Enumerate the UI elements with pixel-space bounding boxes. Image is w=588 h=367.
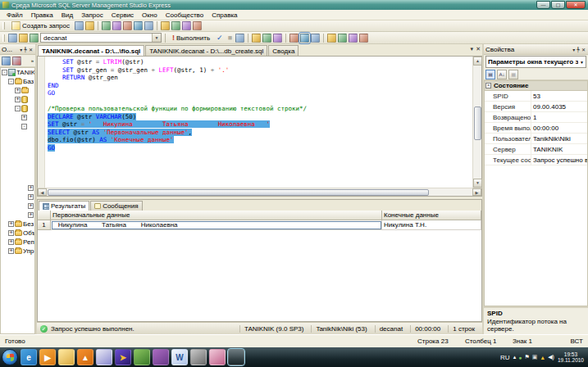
antivirus-icon[interactable]: ● bbox=[518, 355, 522, 360]
minimize-button[interactable]: — bbox=[536, 1, 550, 9]
activity-monitor-icon[interactable] bbox=[161, 21, 170, 30]
execute-button[interactable]: ! Выполнить bbox=[169, 33, 213, 43]
tree-item[interactable]: + bbox=[1, 113, 34, 122]
expand-icon[interactable]: + bbox=[8, 221, 14, 227]
category-state[interactable]: - Состояние bbox=[485, 81, 587, 91]
save-all-icon[interactable] bbox=[144, 21, 153, 30]
change-connection-icon[interactable] bbox=[30, 34, 39, 43]
new-file-icon[interactable] bbox=[75, 21, 84, 30]
menu-item[interactable]: Файл bbox=[2, 11, 27, 20]
property-row[interactable]: Версия09.00.4035 bbox=[485, 102, 587, 112]
start-button[interactable] bbox=[2, 349, 18, 365]
update-icon[interactable]: ▣ bbox=[532, 354, 538, 360]
save-icon[interactable] bbox=[134, 21, 143, 30]
internet-explorer-icon[interactable]: e bbox=[21, 349, 37, 365]
parse-query-button[interactable]: ✓ bbox=[215, 34, 225, 43]
expand-icon[interactable]: + bbox=[28, 203, 34, 209]
row-number-header[interactable] bbox=[38, 211, 51, 220]
menu-item[interactable]: Правка bbox=[27, 11, 57, 20]
word-icon[interactable]: W bbox=[171, 349, 188, 365]
outdent-icon[interactable] bbox=[359, 34, 368, 43]
categorized-icon[interactable]: ▤ bbox=[485, 70, 495, 79]
expand-icon[interactable]: + bbox=[15, 97, 21, 102]
property-row[interactable]: ПользовательTanikNik\Niki bbox=[485, 134, 587, 144]
menu-item[interactable]: Сервис bbox=[107, 11, 138, 20]
stop-button[interactable]: ■ bbox=[226, 34, 234, 43]
menu-item[interactable]: Справка bbox=[207, 11, 241, 20]
collapse-icon[interactable]: - bbox=[21, 124, 27, 129]
access-icon[interactable] bbox=[209, 349, 226, 365]
expand-icon[interactable]: + bbox=[8, 248, 14, 254]
code-text[interactable]: SET @str = LTRIM(@str) SET @str_gen = @s… bbox=[45, 57, 472, 188]
menu-item[interactable]: Сообщество bbox=[162, 11, 207, 20]
column-header[interactable]: Первоначальные данные bbox=[51, 211, 382, 220]
folder-open-icon[interactable] bbox=[102, 21, 111, 30]
tree-item[interactable]: +Без bbox=[1, 220, 34, 229]
window-nav-icon[interactable] bbox=[193, 21, 202, 30]
green-app-icon[interactable] bbox=[134, 349, 150, 365]
tree-item[interactable]: - bbox=[1, 122, 34, 131]
row-number[interactable]: 1 bbox=[38, 220, 51, 230]
taskbar-clock[interactable]: 19:53 19.11.2010 bbox=[558, 351, 586, 364]
result-cell[interactable]: Никулина Т.Н. bbox=[382, 220, 481, 230]
connect-server-icon[interactable] bbox=[2, 57, 11, 66]
collapse-icon[interactable]: - bbox=[8, 79, 14, 84]
horizontal-scroll-thumb[interactable] bbox=[48, 189, 429, 196]
property-row[interactable]: Возвращено стр1 bbox=[485, 112, 587, 123]
properties-object-selector[interactable]: Параметры окна текущего запрос ▼ bbox=[485, 56, 586, 68]
menu-item[interactable]: Вид bbox=[57, 11, 77, 20]
folder-up-icon[interactable] bbox=[123, 21, 132, 30]
close-icon[interactable]: ✕ bbox=[28, 47, 34, 52]
column-header[interactable]: Конечные данные bbox=[382, 211, 481, 220]
gray-app-icon[interactable] bbox=[190, 349, 207, 365]
tree-item[interactable]: + bbox=[1, 211, 34, 220]
results-grid-icon[interactable] bbox=[300, 34, 309, 43]
purple-arrow-app-icon[interactable]: ➤ bbox=[115, 349, 131, 365]
horizontal-scrollbar[interactable]: ◀ ▶ bbox=[37, 188, 482, 197]
scroll-up-icon[interactable]: ▲ bbox=[473, 57, 482, 66]
new-query-button[interactable]: Создать запрос bbox=[8, 21, 73, 31]
file-explorer-icon[interactable] bbox=[58, 349, 75, 365]
volume-icon[interactable]: ◀) bbox=[548, 354, 554, 360]
disconnect-icon[interactable] bbox=[19, 34, 28, 43]
expand-icon[interactable]: + bbox=[8, 230, 14, 236]
alphabetical-sort-icon[interactable]: A↓ bbox=[497, 70, 507, 79]
result-cell[interactable]: Никулина Татьяна Николаевна bbox=[51, 220, 382, 230]
vlc-icon[interactable]: ▲ bbox=[77, 349, 93, 365]
active-files-icon[interactable]: ▾ bbox=[471, 46, 474, 52]
database-selector[interactable]: decanat ▼ bbox=[40, 33, 162, 43]
toolbar-overflow-icon[interactable]: » bbox=[31, 58, 34, 63]
tree-item[interactable]: + bbox=[1, 86, 34, 95]
scroll-down-icon[interactable]: ▼ bbox=[473, 179, 482, 188]
ssms-icon[interactable] bbox=[228, 349, 244, 365]
tab-results[interactable]: Результаты bbox=[39, 201, 89, 211]
tree-item[interactable]: + bbox=[1, 184, 34, 193]
close-button[interactable]: ✕ bbox=[566, 1, 586, 9]
property-row[interactable]: SPID53 bbox=[485, 91, 587, 102]
folder-add-icon[interactable] bbox=[112, 21, 121, 30]
tree-item[interactable]: + bbox=[1, 193, 34, 202]
maximize-button[interactable]: ▢ bbox=[551, 1, 565, 9]
expand-icon[interactable]: + bbox=[15, 88, 21, 93]
collapse-icon[interactable]: - bbox=[2, 70, 7, 75]
expand-icon[interactable]: + bbox=[21, 115, 27, 120]
refresh-icon[interactable] bbox=[12, 57, 21, 66]
language-indicator[interactable]: RU bbox=[500, 354, 510, 361]
show-plan-icon[interactable] bbox=[235, 34, 244, 43]
floppy-app-icon[interactable] bbox=[96, 349, 112, 365]
analyze-query-icon[interactable] bbox=[252, 34, 261, 43]
document-tab[interactable]: TANIKNIK.decanat - D:\...\fio.sql bbox=[38, 45, 144, 56]
warning-icon[interactable]: ▲ bbox=[540, 355, 545, 360]
indent-icon[interactable] bbox=[349, 34, 358, 43]
property-pages-icon[interactable]: ▦ bbox=[508, 70, 518, 79]
media-player-icon[interactable]: ▶ bbox=[39, 349, 56, 365]
expand-icon[interactable]: + bbox=[8, 239, 14, 245]
document-tab[interactable]: Сводка bbox=[268, 45, 299, 56]
collapse-icon[interactable]: - bbox=[15, 106, 21, 111]
property-row[interactable]: Текущее состояЗапрос успешно вы bbox=[485, 155, 587, 165]
scroll-left-icon[interactable]: ◀ bbox=[38, 188, 47, 196]
tree-item[interactable]: + bbox=[1, 202, 34, 211]
uncomment-icon[interactable] bbox=[338, 34, 347, 43]
action-center-flag-icon[interactable]: ⚑ bbox=[524, 354, 529, 360]
tree-item[interactable]: -Баз bbox=[1, 77, 34, 86]
